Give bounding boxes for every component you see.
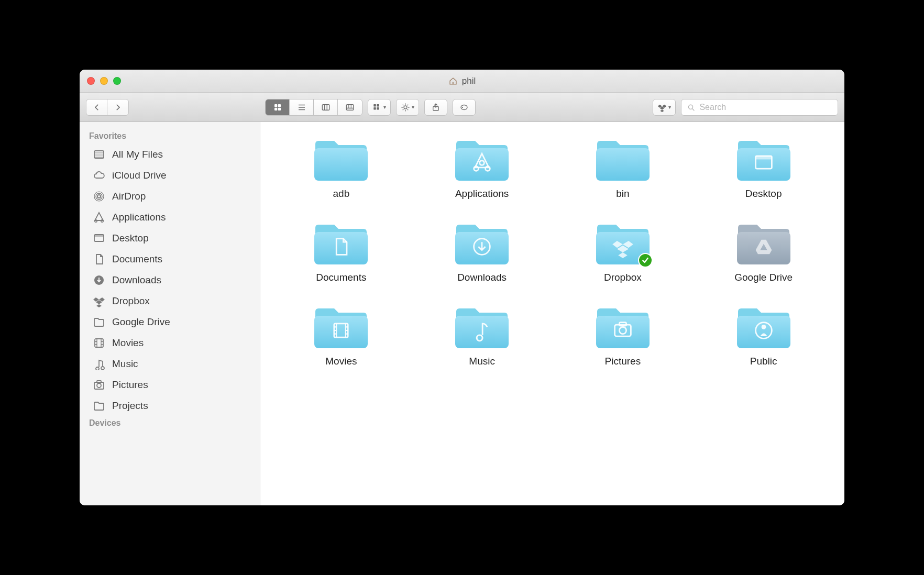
item-downloads[interactable]: Downloads — [422, 220, 542, 283]
content-area[interactable]: adb Applications bin Desktop Documents — [260, 122, 844, 505]
folder-icon — [92, 315, 106, 329]
view-icon-button[interactable] — [266, 99, 290, 115]
music-icon — [92, 357, 106, 371]
pictures-icon — [92, 378, 106, 392]
search-input[interactable] — [699, 103, 832, 112]
sidebar-item-label: iCloud Drive — [112, 170, 166, 181]
item-label: adb — [333, 188, 350, 200]
item-documents[interactable]: Documents — [281, 220, 401, 283]
item-google-drive[interactable]: Google Drive — [703, 220, 823, 283]
item-music[interactable]: Music — [422, 304, 542, 367]
sidebar-item-label: Downloads — [112, 274, 161, 286]
back-button[interactable] — [86, 99, 107, 115]
share-button[interactable] — [424, 99, 447, 116]
sidebar-item-all-my-files[interactable]: All My Files — [80, 144, 260, 165]
folder-icon — [453, 304, 511, 350]
sidebar-item-airdrop[interactable]: AirDrop — [80, 186, 260, 207]
dropbox-icon — [92, 294, 106, 308]
sidebar-item-label: Applications — [112, 212, 166, 223]
desktop-icon — [92, 231, 106, 245]
sidebar-item-movies[interactable]: Movies — [80, 333, 260, 353]
item-dropbox[interactable]: Dropbox — [563, 220, 683, 283]
sidebar-item-pictures[interactable]: Pictures — [80, 374, 260, 395]
airdrop-icon — [92, 190, 106, 203]
minimize-window-button[interactable] — [100, 77, 108, 85]
sidebar-item-label: Pictures — [112, 379, 148, 391]
folder-icon — [735, 137, 793, 183]
sidebar-item-documents[interactable]: Documents — [80, 249, 260, 270]
sidebar-item-label: Desktop — [112, 233, 149, 244]
cloud-icon — [92, 169, 106, 182]
item-label: bin — [616, 188, 629, 200]
item-pictures[interactable]: Pictures — [563, 304, 683, 367]
item-desktop[interactable]: Desktop — [703, 137, 823, 200]
folder-icon — [594, 137, 652, 183]
item-label: Dropbox — [604, 272, 642, 283]
downloads-icon — [92, 273, 106, 287]
item-applications[interactable]: Applications — [422, 137, 542, 200]
action-button[interactable]: ▾ — [396, 99, 419, 116]
nav-buttons — [86, 99, 129, 116]
all-my-files-icon — [92, 148, 106, 161]
sidebar-item-label: Music — [112, 358, 138, 370]
item-label: Documents — [316, 272, 366, 283]
tags-button[interactable] — [453, 99, 476, 116]
dropbox-toolbar-button[interactable]: ▾ — [653, 99, 676, 116]
item-label: Music — [469, 356, 495, 367]
item-label: Downloads — [457, 272, 507, 283]
sidebar: FavoritesAll My FilesiCloud DriveAirDrop… — [80, 122, 260, 505]
sidebar-section-header: Favorites — [80, 129, 260, 144]
sidebar-item-projects[interactable]: Projects — [80, 395, 260, 416]
sidebar-item-desktop[interactable]: Desktop — [80, 228, 260, 249]
view-column-button[interactable] — [314, 99, 338, 115]
window-title-text: phil — [462, 76, 476, 86]
folder-icon — [312, 220, 370, 267]
item-label: Applications — [455, 188, 509, 200]
documents-icon — [92, 252, 106, 266]
item-label: Public — [750, 356, 777, 367]
sidebar-item-music[interactable]: Music — [80, 353, 260, 374]
item-label: Google Drive — [734, 272, 793, 283]
folder-icon — [92, 399, 106, 413]
movies-icon — [92, 336, 106, 350]
item-movies[interactable]: Movies — [281, 304, 401, 367]
sidebar-item-label: All My Files — [112, 149, 163, 160]
forward-button[interactable] — [107, 99, 128, 115]
icon-grid: adb Applications bin Desktop Documents — [281, 137, 823, 367]
item-bin[interactable]: bin — [563, 137, 683, 200]
folder-icon — [594, 304, 652, 350]
folder-icon — [594, 220, 652, 267]
folder-icon — [312, 304, 370, 350]
sidebar-item-label: Google Drive — [112, 316, 170, 328]
view-list-button[interactable] — [290, 99, 314, 115]
toolbar: ▾ ▾ ▾ — [80, 93, 844, 122]
view-coverflow-button[interactable] — [338, 99, 362, 115]
window-controls — [87, 77, 121, 85]
sidebar-item-downloads[interactable]: Downloads — [80, 270, 260, 291]
sidebar-item-label: AirDrop — [112, 191, 146, 202]
sidebar-section-header: Devices — [80, 416, 260, 431]
item-label: Desktop — [745, 188, 782, 200]
close-window-button[interactable] — [87, 77, 95, 85]
sidebar-item-dropbox[interactable]: Dropbox — [80, 291, 260, 312]
sidebar-item-label: Movies — [112, 337, 144, 349]
titlebar: phil — [80, 70, 844, 93]
window-title: phil — [80, 76, 844, 86]
item-public[interactable]: Public — [703, 304, 823, 367]
sidebar-item-applications[interactable]: Applications — [80, 207, 260, 228]
item-adb[interactable]: adb — [281, 137, 401, 200]
sidebar-item-google-drive[interactable]: Google Drive — [80, 312, 260, 333]
folder-icon — [735, 304, 793, 350]
body: FavoritesAll My FilesiCloud DriveAirDrop… — [80, 122, 844, 505]
folder-icon — [312, 137, 370, 183]
sidebar-item-label: Dropbox — [112, 295, 150, 307]
zoom-window-button[interactable] — [113, 77, 121, 85]
search-field[interactable] — [681, 99, 838, 116]
item-label: Movies — [325, 356, 357, 367]
sidebar-item-label: Projects — [112, 400, 148, 412]
search-icon — [687, 103, 695, 112]
item-label: Pictures — [605, 356, 641, 367]
arrange-button[interactable]: ▾ — [368, 99, 391, 116]
folder-icon — [453, 220, 511, 267]
sidebar-item-icloud-drive[interactable]: iCloud Drive — [80, 165, 260, 186]
